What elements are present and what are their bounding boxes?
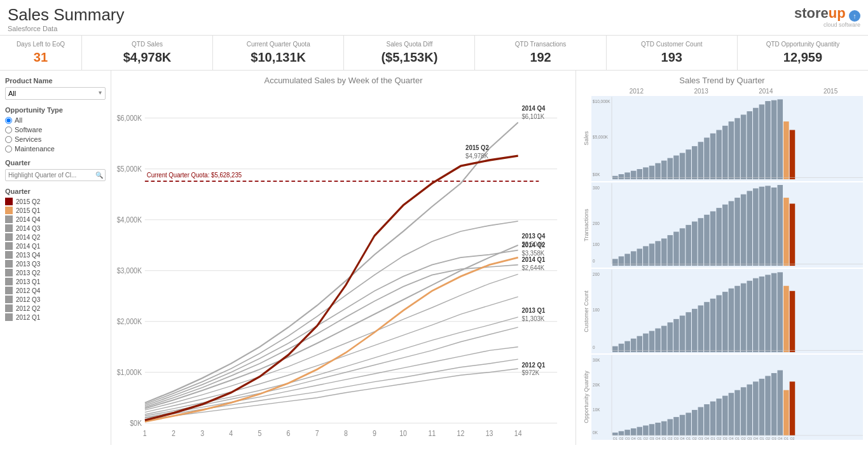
legend-color: [5, 296, 13, 303]
svg-text:Q3: Q3: [674, 437, 679, 440]
svg-rect-65: [716, 130, 722, 180]
radio-all-input[interactable]: [5, 117, 12, 124]
sales-bar-chart: Sales $10,000K $5,000K $0K: [581, 96, 863, 181]
svg-rect-168: [692, 410, 698, 435]
logo-sub: cloud software: [794, 22, 860, 28]
svg-text:6: 6: [287, 428, 291, 437]
product-select-wrapper[interactable]: All Software Services Maintenance: [5, 87, 106, 100]
legend-item[interactable]: 2013 Q3: [5, 260, 106, 268]
legend-item[interactable]: 2013 Q4: [5, 251, 106, 259]
legend-item[interactable]: 2013 Q2: [5, 269, 106, 276]
product-select[interactable]: All Software Services Maintenance: [5, 87, 106, 100]
svg-text:Q1: Q1: [711, 437, 715, 440]
svg-rect-76: [783, 121, 789, 179]
logo-text: storeup: [794, 5, 846, 21]
legend-item[interactable]: 2012 Q4: [5, 287, 106, 294]
svg-rect-89: [643, 246, 649, 266]
main-content: Product Name All Software Services Maint…: [0, 71, 868, 445]
svg-rect-124: [643, 333, 649, 351]
svg-rect-49: [619, 174, 624, 179]
svg-text:3: 3: [200, 428, 204, 437]
legend-item[interactable]: 2012 Q1: [5, 313, 106, 321]
customer-chart-svg: 200 100 0: [591, 269, 863, 354]
svg-text:Q4: Q4: [729, 437, 733, 440]
svg-text:Q4: Q4: [631, 437, 636, 440]
svg-rect-169: [698, 407, 704, 436]
svg-text:$5,000K: $5,000K: [117, 164, 142, 173]
svg-text:Q3: Q3: [723, 437, 727, 440]
svg-rect-133: [698, 305, 704, 352]
svg-text:2014 Q1: 2014 Q1: [521, 255, 545, 263]
legend-item[interactable]: 2014 Q3: [5, 224, 106, 232]
svg-rect-178: [753, 382, 759, 436]
legend-item[interactable]: 2013 Q1: [5, 278, 106, 285]
svg-rect-77: [790, 130, 796, 180]
transactions-chart-svg: 300 200 100 0: [591, 182, 863, 268]
svg-text:2012 Q1: 2012 Q1: [521, 360, 545, 369]
svg-text:2015 Q2: 2015 Q2: [465, 143, 489, 151]
kpi-qtd-customer-value: 193: [610, 50, 733, 65]
svg-text:30K: 30K: [593, 358, 600, 362]
legend-container: 2015 Q22015 Q12014 Q42014 Q32014 Q22014 …: [5, 198, 106, 321]
svg-rect-171: [710, 402, 716, 436]
legend-item[interactable]: 2014 Q2: [5, 233, 106, 241]
quarter-search-input[interactable]: [5, 169, 106, 181]
svg-text:$4,000K: $4,000K: [117, 215, 142, 224]
svg-text:$0K: $0K: [593, 171, 600, 177]
legend-item[interactable]: 2012 Q3: [5, 296, 106, 303]
legend-color: [5, 233, 13, 241]
svg-rect-130: [680, 315, 685, 352]
svg-text:Q2: Q2: [790, 437, 794, 440]
svg-text:11: 11: [428, 428, 436, 437]
svg-text:Q3: Q3: [772, 437, 776, 440]
svg-rect-56: [661, 161, 667, 179]
svg-rect-71: [753, 108, 759, 179]
svg-rect-147: [783, 285, 789, 351]
radio-services-input[interactable]: [5, 136, 12, 143]
svg-rect-66: [722, 126, 728, 179]
header: Sales Summary Salesforce Data storeup ↑ …: [0, 0, 868, 36]
svg-text:Q1: Q1: [784, 437, 789, 440]
svg-rect-102: [722, 205, 728, 266]
kpi-sales-quota-diff: Sales Quota Diff ($5,153K): [344, 36, 475, 70]
radio-maintenance[interactable]: Maintenance: [5, 145, 106, 153]
quarter-filter-label: Quarter: [5, 159, 106, 167]
kpi-days-eoq-value: 31: [4, 50, 78, 65]
opportunity-chart-svg: 30K 20K 10K 0K: [591, 355, 863, 440]
svg-rect-148: [790, 290, 796, 351]
sales-chart-area: $10,000K $5,000K $0K: [591, 96, 863, 181]
kpi-current-quota-label: Current Quarter Quota: [217, 41, 340, 48]
svg-text:$2,000K: $2,000K: [117, 317, 142, 325]
svg-rect-91: [655, 241, 661, 266]
radio-software[interactable]: Software: [5, 126, 106, 133]
svg-rect-159: [637, 427, 643, 435]
svg-text:20K: 20K: [593, 383, 600, 387]
sales-y-label: Sales: [581, 96, 591, 181]
svg-rect-141: [747, 280, 752, 351]
legend-item[interactable]: 2014 Q1: [5, 242, 106, 250]
svg-text:Q4: Q4: [754, 437, 758, 440]
svg-rect-68: [734, 118, 740, 179]
svg-text:Q2: Q2: [766, 437, 770, 440]
legend-item[interactable]: 2015 Q1: [5, 207, 106, 214]
svg-rect-132: [692, 308, 698, 351]
radio-software-input[interactable]: [5, 126, 12, 133]
legend-color: [5, 215, 13, 223]
radio-all[interactable]: All: [5, 116, 106, 124]
svg-text:$6,101K: $6,101K: [521, 112, 544, 120]
radio-maintenance-input[interactable]: [5, 146, 12, 153]
svg-rect-183: [783, 390, 789, 435]
svg-text:Q4: Q4: [656, 437, 660, 440]
radio-services[interactable]: Services: [5, 135, 106, 143]
svg-text:Q1: Q1: [686, 437, 691, 440]
svg-rect-92: [661, 238, 667, 266]
line-chart-wrapper: $6,000K $5,000K $4,000K $3,000K $2,000K …: [111, 89, 575, 445]
svg-rect-85: [619, 256, 624, 266]
quarter-search[interactable]: 🔍: [5, 169, 106, 181]
svg-rect-109: [765, 186, 771, 266]
legend-item[interactable]: 2012 Q2: [5, 304, 106, 312]
legend-item[interactable]: 2014 Q4: [5, 215, 106, 223]
svg-rect-166: [680, 415, 685, 435]
legend-item[interactable]: 2015 Q2: [5, 198, 106, 205]
svg-text:Q3: Q3: [747, 437, 752, 440]
